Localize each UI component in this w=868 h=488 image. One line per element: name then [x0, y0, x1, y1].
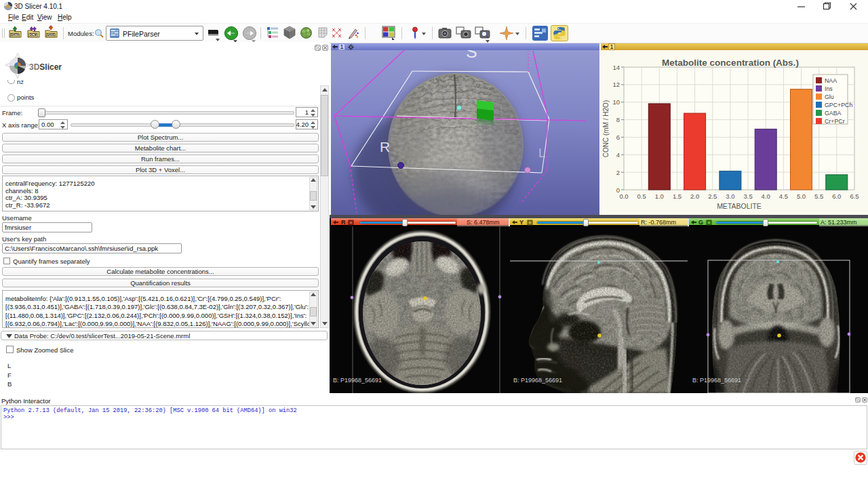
svg-text:3.0: 3.0	[726, 192, 734, 200]
svg-text:GABA: GABA	[825, 110, 842, 117]
svg-text:5.5: 5.5	[814, 192, 823, 200]
svg-text:B: P19968_56691: B: P19968_56691	[513, 377, 562, 384]
svg-text:2: 2	[616, 169, 620, 176]
svg-text:0.0: 0.0	[619, 192, 628, 200]
svg-text:Metabolite concentration (Abs.: Metabolite concentration (Abs.)	[662, 58, 799, 68]
svg-text:6.5: 6.5	[850, 192, 859, 200]
svg-text:1.0: 1.0	[655, 192, 664, 200]
svg-text:B: P19968_56691: B: P19968_56691	[692, 377, 741, 384]
svg-text:2.5: 2.5	[708, 192, 717, 200]
svg-text:METABOLITE: METABOLITE	[717, 202, 762, 210]
svg-text:1.5: 1.5	[673, 192, 682, 200]
svg-text:3.5: 3.5	[743, 192, 752, 200]
svg-text:2.0: 2.0	[690, 192, 699, 200]
svg-text:Cr+PCr: Cr+PCr	[825, 118, 845, 125]
svg-text:12: 12	[612, 81, 620, 88]
svg-text:8: 8	[616, 116, 620, 123]
svg-text:4.0: 4.0	[762, 192, 770, 200]
svg-text:14: 14	[612, 64, 620, 71]
svg-text:6: 6	[616, 134, 620, 141]
svg-text:DCM: DCM	[30, 33, 37, 37]
svg-text:NAA: NAA	[825, 77, 837, 84]
svg-text:S: S	[466, 50, 477, 61]
svg-text:4: 4	[616, 151, 620, 159]
svg-text:CONC (mM / H2O): CONC (mM / H2O)	[602, 100, 610, 157]
svg-text:4.5: 4.5	[779, 192, 788, 200]
svg-text:Ins: Ins	[825, 85, 833, 92]
svg-text:Glu: Glu	[825, 94, 834, 100]
svg-text:L: L	[538, 146, 546, 160]
svg-text:SAVE: SAVE	[47, 33, 55, 37]
svg-text:DATA: DATA	[11, 33, 20, 37]
svg-text:5.0: 5.0	[797, 192, 806, 200]
svg-text:0.5: 0.5	[637, 192, 646, 200]
svg-text:GPC+PCh: GPC+PCh	[825, 102, 852, 108]
svg-text:R: R	[380, 139, 390, 155]
svg-text:B: P19968_56691: B: P19968_56691	[333, 377, 382, 384]
svg-text:6.0: 6.0	[832, 192, 841, 200]
svg-text:10: 10	[612, 98, 620, 106]
